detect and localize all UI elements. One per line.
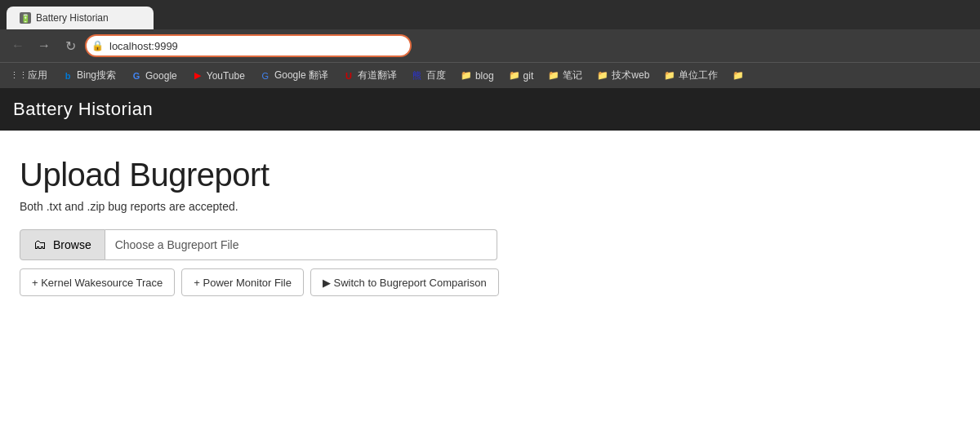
bookmark-git[interactable]: 📁 git: [502, 69, 541, 83]
bookmark-bing[interactable]: b Bing搜索: [56, 67, 122, 84]
browse-label: Browse: [53, 238, 91, 251]
more-folder-icon: 📁: [733, 70, 744, 82]
bing-icon: b: [62, 70, 74, 82]
bookmark-work[interactable]: 📁 单位工作: [657, 67, 724, 84]
baidu-icon: 熊: [412, 70, 423, 82]
folder-icon: 🗂: [33, 237, 47, 252]
kernel-trace-label: + Kernel Wakesource Trace: [32, 277, 163, 289]
tab-title: Battery Historian: [36, 12, 109, 24]
switch-comparison-label: ▶ Switch to Bugreport Comparison: [323, 277, 487, 289]
tab-favicon: 🔋: [20, 12, 31, 24]
google-translate-icon: G: [260, 70, 271, 82]
address-bar[interactable]: localhost:9999: [85, 34, 412, 57]
bookmark-apps[interactable]: ⋮⋮ 应用: [7, 67, 54, 84]
kernel-trace-button[interactable]: + Kernel Wakesource Trace: [20, 268, 175, 296]
git-folder-icon: 📁: [509, 70, 520, 82]
bookmark-youtube-label: YouTube: [207, 70, 245, 82]
bookmark-blog[interactable]: 📁 blog: [454, 69, 501, 83]
power-monitor-button[interactable]: + Power Monitor File: [181, 268, 304, 296]
work-folder-icon: 📁: [664, 70, 675, 82]
file-placeholder: Choose a Bugreport File: [105, 229, 497, 260]
active-tab[interactable]: 🔋 Battery Historian: [7, 7, 154, 29]
back-button[interactable]: ←: [7, 34, 29, 57]
bookmark-notes-label: 笔记: [563, 69, 582, 82]
bookmark-git-label: git: [523, 70, 534, 82]
apps-grid-icon: ⋮⋮: [13, 70, 24, 82]
bookmark-more[interactable]: 📁: [726, 69, 751, 83]
bookmark-work-label: 单位工作: [679, 69, 718, 82]
bookmark-bing-label: Bing搜索: [77, 69, 116, 82]
nav-bar: ← → ↻ 🔒 localhost:9999: [0, 29, 980, 62]
bookmarks-bar: ⋮⋮ 应用 b Bing搜索 G Google ▶ YouTube G Goog…: [0, 62, 980, 88]
bookmark-youdao[interactable]: U 有道翻译: [336, 67, 403, 84]
bookmark-notes[interactable]: 📁 笔记: [541, 67, 589, 84]
bookmark-techweb-label: 技术web: [612, 69, 649, 82]
url-text: localhost:9999: [109, 40, 178, 52]
switch-comparison-button[interactable]: ▶ Switch to Bugreport Comparison: [310, 268, 499, 296]
power-monitor-label: + Power Monitor File: [194, 277, 292, 289]
app-header: Battery Historian: [0, 88, 980, 131]
blog-folder-icon: 📁: [461, 70, 472, 82]
tab-bar: 🔋 Battery Historian: [0, 0, 980, 29]
bookmark-youtube[interactable]: ▶ YouTube: [185, 69, 252, 83]
bookmark-youdao-label: 有道翻译: [358, 69, 397, 82]
browse-button[interactable]: 🗂 Browse: [20, 229, 105, 260]
browse-row: 🗂 Browse Choose a Bugreport File: [20, 229, 960, 260]
bookmark-baidu-label: 百度: [426, 69, 446, 82]
refresh-button[interactable]: ↻: [59, 34, 82, 57]
bookmark-google-translate-label: Google 翻译: [274, 69, 328, 82]
bookmark-baidu[interactable]: 熊 百度: [405, 67, 452, 84]
bookmark-techweb[interactable]: 📁 技术web: [590, 67, 656, 84]
address-bar-wrapper: 🔒 localhost:9999: [85, 34, 412, 57]
bookmark-google[interactable]: G Google: [124, 69, 184, 83]
google-icon: G: [131, 70, 142, 82]
youdao-icon: U: [343, 70, 354, 82]
bookmark-google-translate[interactable]: G Google 翻译: [253, 67, 335, 84]
bookmark-blog-label: blog: [475, 70, 494, 82]
app-title: Battery Historian: [13, 99, 153, 120]
main-content: Upload Bugreport Both .txt and .zip bug …: [0, 131, 980, 322]
techweb-folder-icon: 📁: [597, 70, 608, 82]
notes-folder-icon: 📁: [548, 70, 559, 82]
bookmark-google-label: Google: [145, 70, 177, 82]
subtitle: Both .txt and .zip bug reports are accep…: [20, 200, 960, 213]
lock-icon: 🔒: [91, 40, 104, 51]
youtube-icon: ▶: [192, 70, 203, 82]
action-row: + Kernel Wakesource Trace + Power Monito…: [20, 268, 960, 296]
page-title: Upload Bugreport: [20, 157, 960, 193]
bookmark-apps-label: 应用: [28, 69, 47, 82]
browser-chrome: 🔋 Battery Historian ← → ↻ 🔒 localhost:99…: [0, 0, 980, 88]
forward-button[interactable]: →: [33, 34, 56, 57]
